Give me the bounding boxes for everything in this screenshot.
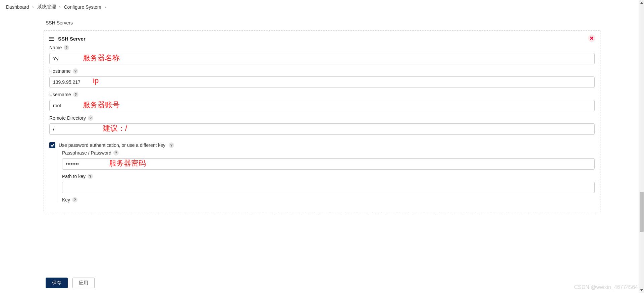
use-password-checkbox[interactable] — [49, 142, 55, 148]
remove-panel-button[interactable] — [588, 35, 595, 42]
scroll-up-arrow-icon[interactable] — [639, 0, 644, 5]
label-remote-directory: Remote Directory — [49, 115, 86, 121]
field-name: Name ? 服务器名称 — [49, 45, 595, 64]
ssh-server-panel: SSH Server Name ? 服务器名称 Hostname ? ip — [44, 30, 600, 212]
field-passphrase: Passphrase / Password ? 服务器密码 — [62, 150, 595, 170]
help-icon[interactable]: ? — [73, 68, 78, 74]
name-input[interactable] — [49, 53, 595, 64]
breadcrumb-item-configure-system[interactable]: Configure System — [64, 4, 101, 10]
hostname-input[interactable] — [49, 76, 595, 88]
scrollbar-thumb[interactable] — [640, 192, 644, 232]
apply-button[interactable]: 应用 — [72, 278, 95, 288]
help-icon[interactable]: ? — [113, 150, 119, 156]
close-icon — [590, 37, 593, 40]
label-key: Key — [62, 197, 70, 202]
breadcrumb: Dashboard › 系统管理 › Configure System › — [0, 0, 644, 14]
passphrase-input[interactable] — [62, 158, 595, 170]
label-name: Name — [49, 45, 62, 50]
save-button[interactable]: 保存 — [46, 278, 68, 288]
field-path-to-key: Path to key ? — [62, 174, 595, 193]
scroll-down-arrow-icon[interactable] — [639, 288, 644, 293]
field-hostname: Hostname ? ip — [49, 68, 595, 88]
label-path-to-key: Path to key — [62, 174, 86, 179]
footer-bar: 保存 应用 — [0, 273, 644, 293]
help-icon[interactable]: ? — [169, 142, 174, 148]
help-icon[interactable]: ? — [73, 92, 78, 97]
username-input[interactable] — [49, 100, 595, 111]
label-passphrase: Passphrase / Password — [62, 150, 111, 156]
chevron-right-icon: › — [105, 5, 106, 9]
check-icon — [51, 144, 54, 147]
field-username: Username ? 服务器账号 — [49, 92, 595, 111]
label-hostname: Hostname — [49, 68, 71, 74]
label-username: Username — [49, 92, 71, 97]
help-icon[interactable]: ? — [72, 197, 77, 202]
chevron-right-icon: › — [59, 5, 61, 9]
vertical-scrollbar[interactable] — [639, 0, 644, 293]
help-icon[interactable]: ? — [64, 45, 69, 50]
path-to-key-input[interactable] — [62, 182, 595, 193]
section-title-ssh-servers: SSH Servers — [46, 20, 600, 25]
field-key: Key ? — [62, 197, 595, 202]
chevron-right-icon: › — [33, 5, 34, 9]
drag-handle-icon[interactable] — [49, 37, 54, 41]
remote-directory-input[interactable] — [49, 123, 595, 135]
panel-title: SSH Server — [58, 36, 86, 42]
help-icon[interactable]: ? — [88, 115, 93, 121]
breadcrumb-item-dashboard[interactable]: Dashboard — [6, 4, 29, 10]
breadcrumb-item-system-mgmt[interactable]: 系统管理 — [37, 4, 56, 10]
label-use-password: Use password authentication, or use a di… — [59, 142, 165, 148]
field-remote-directory: Remote Directory ? 建议：/ — [49, 115, 595, 135]
help-icon[interactable]: ? — [88, 174, 93, 179]
use-password-checkbox-row: Use password authentication, or use a di… — [49, 142, 595, 148]
